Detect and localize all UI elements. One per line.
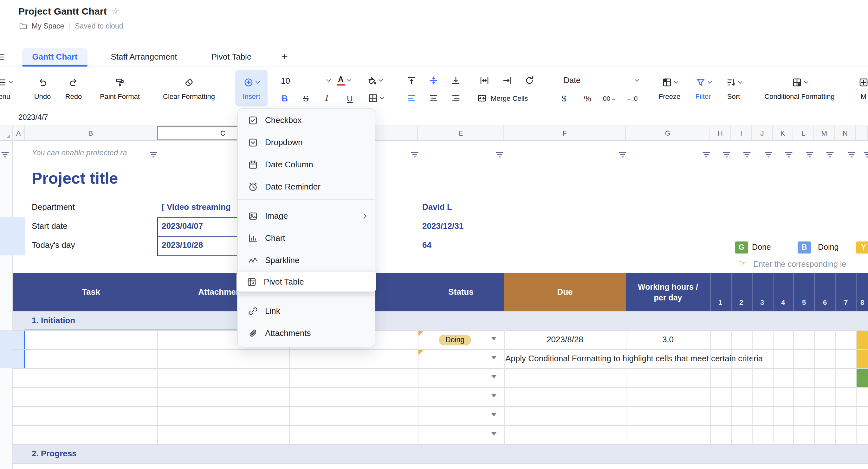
insert-button[interactable]: Insert <box>235 70 268 106</box>
paint-format-button[interactable]: Paint Format <box>96 70 143 106</box>
autofilter-icon[interactable] <box>785 150 793 157</box>
percent-format-button[interactable]: % <box>584 93 591 103</box>
number-format-select[interactable]: Date <box>564 75 639 86</box>
clear-formatting-button[interactable]: Clear Formatting <box>161 70 217 106</box>
sort-button[interactable]: Sort <box>720 70 747 106</box>
vertical-align-middle-button[interactable] <box>429 75 439 86</box>
more-button-partial[interactable]: M <box>851 70 868 106</box>
save-status: Saved to cloud <box>75 22 123 30</box>
autofilter-icon[interactable] <box>826 150 834 157</box>
menu-item-sparkline[interactable]: Sparkline <box>238 250 375 270</box>
column-header-F[interactable]: F <box>504 126 626 140</box>
name-box-value: 2023/4/7 <box>19 113 48 122</box>
breadcrumb-location[interactable]: My Space <box>32 22 64 30</box>
row-header-strip[interactable] <box>0 141 13 469</box>
grid-line <box>13 425 868 426</box>
autofilter-icon[interactable] <box>806 150 813 157</box>
status-dropdown-arrow[interactable] <box>491 394 496 397</box>
column-header-M[interactable]: M <box>814 126 835 140</box>
currency-format-button[interactable]: $ <box>562 93 566 103</box>
strikethrough-button[interactable]: S <box>303 93 308 103</box>
italic-button[interactable]: I <box>325 93 328 103</box>
sheet-list-icon[interactable] <box>0 53 5 61</box>
font-size-value: 10 <box>281 76 290 85</box>
bold-button[interactable]: B <box>281 93 288 103</box>
menu-item-chart[interactable]: Chart <box>238 228 375 248</box>
autofilter-icon[interactable] <box>1 150 9 157</box>
grid-line <box>626 330 626 444</box>
align-left-button[interactable] <box>406 93 416 103</box>
section-row-initiation <box>13 311 868 330</box>
column-header-G[interactable]: G <box>626 126 710 140</box>
menu-item-image[interactable]: Image <box>238 206 375 226</box>
autofilter-icon[interactable] <box>743 150 751 157</box>
filter-button[interactable]: Filter <box>688 70 718 106</box>
freeze-button[interactable]: Freeze <box>653 70 686 106</box>
align-right-button[interactable] <box>451 93 461 103</box>
tab-staff-arrangement[interactable]: Staff Arrangement <box>103 48 185 65</box>
align-center-button[interactable] <box>429 93 439 103</box>
autofilter-icon[interactable] <box>411 150 418 157</box>
menu-item-link[interactable]: Link <box>238 301 375 321</box>
column-header-H[interactable]: H <box>710 126 731 140</box>
menu-item-date-reminder[interactable]: Date Reminder <box>238 177 375 196</box>
vertical-align-bottom-button[interactable] <box>451 75 461 86</box>
favorite-star-icon[interactable]: ☆ <box>112 6 119 16</box>
autofilter-icon[interactable] <box>703 150 710 157</box>
grid-line <box>710 330 711 444</box>
merge-cells-button[interactable]: Merge Cells <box>477 93 528 103</box>
column-header-I[interactable]: I <box>731 126 752 140</box>
due-date-cell: 2023/8/28 <box>504 335 626 345</box>
font-size-select[interactable]: 10 <box>281 75 330 86</box>
menu-item-attachments[interactable]: Attachments <box>238 323 375 343</box>
redo-button[interactable]: Redo <box>61 70 86 106</box>
autofilter-icon[interactable] <box>864 150 868 157</box>
undo-button[interactable]: Undo <box>30 70 55 106</box>
tab-gantt-chart[interactable]: Gantt Chart <box>22 48 88 65</box>
autofit-width-button[interactable] <box>479 75 490 86</box>
column-header-E[interactable]: E <box>418 126 504 140</box>
paperclip-icon <box>248 328 258 338</box>
font-color-button[interactable]: A <box>337 75 351 86</box>
autofilter-icon[interactable] <box>765 150 772 157</box>
formula-bar[interactable]: 2023/4/7 <box>0 109 868 126</box>
borders-button[interactable] <box>368 93 383 103</box>
tab-pivot-table[interactable]: Pivot Table <box>203 48 260 65</box>
menu-item-pivot-table[interactable]: Pivot Table <box>237 272 376 291</box>
status-dropdown-arrow[interactable] <box>491 413 496 416</box>
fill-color-button[interactable] <box>367 75 382 86</box>
column-header-B[interactable]: B <box>25 126 157 140</box>
column-header-J[interactable]: J <box>752 126 773 140</box>
today-label: Today's day <box>32 240 75 250</box>
vertical-align-top-button[interactable] <box>406 75 416 86</box>
column-header-N[interactable]: N <box>835 126 856 140</box>
autofilter-icon[interactable] <box>848 150 855 157</box>
text-rotation-button[interactable] <box>524 75 534 86</box>
decrease-decimal-button[interactable]: ←.0 <box>626 93 638 103</box>
status-dropdown-arrow[interactable] <box>491 375 496 378</box>
column-header-L[interactable]: L <box>793 126 814 140</box>
text-overflow-button[interactable] <box>502 75 512 86</box>
autofilter-icon[interactable] <box>619 150 626 157</box>
autofilter-icon[interactable] <box>723 150 731 157</box>
menu-item-checkbox[interactable]: Checkbox <box>238 110 375 130</box>
autofilter-icon[interactable] <box>496 150 503 157</box>
text-overflow-icon <box>502 75 512 86</box>
select-all-corner[interactable] <box>0 126 13 140</box>
column-header-A[interactable]: A <box>13 126 25 140</box>
column-header-K[interactable]: K <box>773 126 793 140</box>
underline-button[interactable]: U <box>347 93 353 103</box>
status-dropdown-arrow[interactable] <box>491 432 496 435</box>
header-divider-line <box>752 273 753 311</box>
increase-decimal-button[interactable]: .00→ <box>601 93 616 103</box>
menu-item-date-column[interactable]: Date Column <box>238 155 375 174</box>
autofilter-icon[interactable] <box>150 150 157 157</box>
status-pill-doing[interactable]: Doing <box>439 335 471 345</box>
conditional-formatting-button[interactable]: Conditional Formatting <box>752 70 847 106</box>
status-dropdown-arrow[interactable] <box>491 356 496 359</box>
column-header-hidden-14[interactable] <box>856 126 868 140</box>
menu-item-dropdown[interactable]: Dropdown <box>238 132 375 152</box>
menu-button-partial[interactable]: enu <box>0 70 19 106</box>
status-dropdown-arrow[interactable] <box>491 337 496 340</box>
add-sheet-button[interactable]: + <box>279 48 290 65</box>
